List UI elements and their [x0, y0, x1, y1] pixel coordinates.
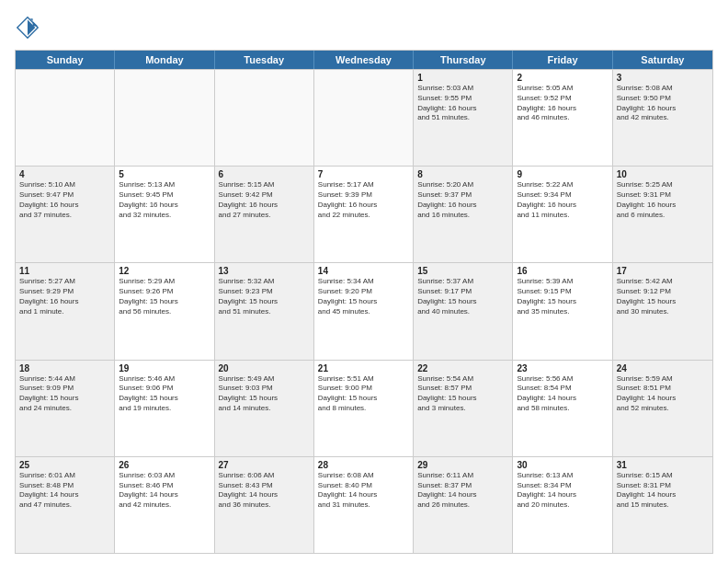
day-number: 7	[318, 169, 409, 179]
calendar-row-2: 4Sunrise: 5:10 AM Sunset: 9:47 PM Daylig…	[16, 166, 712, 262]
calendar-day-30: 30Sunrise: 6:13 AM Sunset: 8:34 PM Dayli…	[513, 457, 612, 553]
calendar-day-29: 29Sunrise: 6:11 AM Sunset: 8:37 PM Dayli…	[414, 457, 513, 553]
day-info: Sunrise: 5:49 AM Sunset: 9:03 PM Dayligh…	[219, 374, 310, 414]
day-number: 10	[617, 169, 709, 179]
page-header	[15, 15, 713, 40]
day-info: Sunrise: 5:29 AM Sunset: 9:26 PM Dayligh…	[119, 277, 210, 316]
header-day-sunday: Sunday	[16, 51, 115, 69]
day-info: Sunrise: 6:11 AM Sunset: 8:37 PM Dayligh…	[417, 471, 508, 511]
day-number: 19	[119, 363, 210, 373]
day-number: 16	[517, 266, 608, 276]
header-day-friday: Friday	[513, 51, 612, 69]
calendar-body: 1Sunrise: 5:03 AM Sunset: 9:55 PM Daylig…	[16, 69, 712, 553]
calendar-day-1: 1Sunrise: 5:03 AM Sunset: 9:55 PM Daylig…	[414, 70, 513, 166]
calendar: SundayMondayTuesdayWednesdayThursdayFrid…	[15, 50, 713, 554]
calendar-day-22: 22Sunrise: 5:54 AM Sunset: 8:57 PM Dayli…	[414, 361, 513, 456]
logo-icon	[15, 15, 40, 40]
day-number: 21	[318, 363, 409, 373]
day-info: Sunrise: 5:25 AM Sunset: 9:31 PM Dayligh…	[617, 180, 709, 220]
day-number: 12	[119, 266, 210, 276]
calendar-day-25: 25Sunrise: 6:01 AM Sunset: 8:48 PM Dayli…	[16, 457, 115, 553]
day-number: 25	[19, 460, 110, 470]
calendar-day-26: 26Sunrise: 6:03 AM Sunset: 8:46 PM Dayli…	[115, 457, 214, 553]
calendar-day-20: 20Sunrise: 5:49 AM Sunset: 9:03 PM Dayli…	[215, 361, 314, 456]
day-info: Sunrise: 5:51 AM Sunset: 9:00 PM Dayligh…	[318, 374, 409, 414]
day-info: Sunrise: 5:17 AM Sunset: 9:39 PM Dayligh…	[318, 180, 409, 220]
calendar-day-17: 17Sunrise: 5:42 AM Sunset: 9:12 PM Dayli…	[613, 263, 712, 359]
calendar-empty-cell	[115, 70, 214, 166]
calendar-day-8: 8Sunrise: 5:20 AM Sunset: 9:37 PM Daylig…	[414, 167, 513, 262]
day-number: 5	[119, 169, 210, 179]
day-number: 31	[617, 460, 709, 470]
day-number: 14	[318, 266, 409, 276]
day-number: 26	[119, 460, 210, 470]
day-number: 20	[219, 363, 310, 373]
day-number: 1	[417, 73, 508, 83]
day-number: 29	[417, 460, 508, 470]
day-info: Sunrise: 5:56 AM Sunset: 8:54 PM Dayligh…	[517, 374, 608, 414]
day-info: Sunrise: 5:34 AM Sunset: 9:20 PM Dayligh…	[318, 277, 409, 316]
day-info: Sunrise: 5:54 AM Sunset: 8:57 PM Dayligh…	[417, 374, 508, 414]
header-day-tuesday: Tuesday	[215, 51, 314, 69]
day-info: Sunrise: 6:06 AM Sunset: 8:43 PM Dayligh…	[219, 471, 310, 511]
day-number: 4	[19, 169, 110, 179]
calendar-day-28: 28Sunrise: 6:08 AM Sunset: 8:40 PM Dayli…	[314, 457, 414, 553]
day-info: Sunrise: 5:46 AM Sunset: 9:06 PM Dayligh…	[119, 374, 210, 414]
day-number: 6	[219, 169, 310, 179]
day-info: Sunrise: 5:42 AM Sunset: 9:12 PM Dayligh…	[617, 277, 709, 316]
day-info: Sunrise: 5:05 AM Sunset: 9:52 PM Dayligh…	[517, 84, 608, 123]
calendar-empty-cell	[314, 70, 414, 166]
day-info: Sunrise: 6:01 AM Sunset: 8:48 PM Dayligh…	[19, 471, 110, 511]
day-number: 2	[517, 73, 608, 83]
day-number: 3	[617, 73, 709, 83]
calendar-empty-cell	[16, 70, 115, 166]
day-number: 23	[517, 363, 608, 373]
calendar-day-13: 13Sunrise: 5:32 AM Sunset: 9:23 PM Dayli…	[215, 263, 314, 359]
header-day-saturday: Saturday	[613, 51, 712, 69]
day-info: Sunrise: 5:20 AM Sunset: 9:37 PM Dayligh…	[417, 180, 508, 220]
calendar-row-5: 25Sunrise: 6:01 AM Sunset: 8:48 PM Dayli…	[16, 456, 712, 553]
day-info: Sunrise: 5:10 AM Sunset: 9:47 PM Dayligh…	[19, 180, 110, 220]
calendar-day-15: 15Sunrise: 5:37 AM Sunset: 9:17 PM Dayli…	[414, 263, 513, 359]
calendar-row-1: 1Sunrise: 5:03 AM Sunset: 9:55 PM Daylig…	[16, 69, 712, 166]
calendar-day-7: 7Sunrise: 5:17 AM Sunset: 9:39 PM Daylig…	[314, 167, 414, 262]
calendar-day-31: 31Sunrise: 6:15 AM Sunset: 8:31 PM Dayli…	[613, 457, 712, 553]
day-number: 24	[617, 363, 709, 373]
day-info: Sunrise: 5:59 AM Sunset: 8:51 PM Dayligh…	[617, 374, 709, 414]
calendar-day-5: 5Sunrise: 5:13 AM Sunset: 9:45 PM Daylig…	[115, 167, 214, 262]
day-number: 27	[219, 460, 310, 470]
calendar-row-3: 11Sunrise: 5:27 AM Sunset: 9:29 PM Dayli…	[16, 262, 712, 359]
day-info: Sunrise: 6:03 AM Sunset: 8:46 PM Dayligh…	[119, 471, 210, 511]
day-number: 9	[517, 169, 608, 179]
calendar-day-6: 6Sunrise: 5:15 AM Sunset: 9:42 PM Daylig…	[215, 167, 314, 262]
header-day-thursday: Thursday	[414, 51, 513, 69]
day-info: Sunrise: 5:32 AM Sunset: 9:23 PM Dayligh…	[219, 277, 310, 316]
day-number: 28	[318, 460, 409, 470]
calendar-day-24: 24Sunrise: 5:59 AM Sunset: 8:51 PM Dayli…	[613, 361, 712, 456]
logo	[15, 15, 42, 40]
day-number: 11	[19, 266, 110, 276]
calendar-row-4: 18Sunrise: 5:44 AM Sunset: 9:09 PM Dayli…	[16, 360, 712, 456]
day-info: Sunrise: 5:13 AM Sunset: 9:45 PM Dayligh…	[119, 180, 210, 220]
calendar-day-21: 21Sunrise: 5:51 AM Sunset: 9:00 PM Dayli…	[314, 361, 414, 456]
calendar-day-27: 27Sunrise: 6:06 AM Sunset: 8:43 PM Dayli…	[215, 457, 314, 553]
calendar-day-11: 11Sunrise: 5:27 AM Sunset: 9:29 PM Dayli…	[16, 263, 115, 359]
day-info: Sunrise: 5:44 AM Sunset: 9:09 PM Dayligh…	[19, 374, 110, 414]
day-info: Sunrise: 5:37 AM Sunset: 9:17 PM Dayligh…	[417, 277, 508, 316]
day-info: Sunrise: 6:13 AM Sunset: 8:34 PM Dayligh…	[517, 471, 608, 511]
calendar-day-9: 9Sunrise: 5:22 AM Sunset: 9:34 PM Daylig…	[513, 167, 612, 262]
calendar-empty-cell	[215, 70, 314, 166]
day-info: Sunrise: 5:22 AM Sunset: 9:34 PM Dayligh…	[517, 180, 608, 220]
day-info: Sunrise: 5:27 AM Sunset: 9:29 PM Dayligh…	[19, 277, 110, 316]
calendar-day-23: 23Sunrise: 5:56 AM Sunset: 8:54 PM Dayli…	[513, 361, 612, 456]
day-info: Sunrise: 6:15 AM Sunset: 8:31 PM Dayligh…	[617, 471, 709, 511]
day-number: 22	[417, 363, 508, 373]
day-info: Sunrise: 5:15 AM Sunset: 9:42 PM Dayligh…	[219, 180, 310, 220]
day-number: 17	[617, 266, 709, 276]
calendar-day-4: 4Sunrise: 5:10 AM Sunset: 9:47 PM Daylig…	[16, 167, 115, 262]
day-number: 30	[517, 460, 608, 470]
day-info: Sunrise: 5:03 AM Sunset: 9:55 PM Dayligh…	[417, 84, 508, 123]
day-number: 15	[417, 266, 508, 276]
day-number: 13	[219, 266, 310, 276]
calendar-day-18: 18Sunrise: 5:44 AM Sunset: 9:09 PM Dayli…	[16, 361, 115, 456]
